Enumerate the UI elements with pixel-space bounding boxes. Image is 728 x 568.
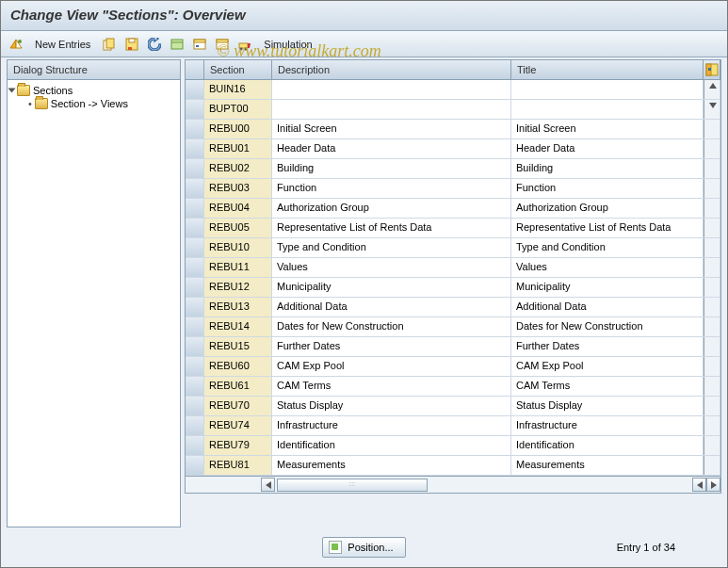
vertical-scrollbar-cell[interactable] bbox=[704, 199, 720, 218]
cell-section[interactable]: BUIN16 bbox=[204, 80, 272, 99]
cell-section[interactable]: REBU00 bbox=[204, 120, 272, 138]
copy-icon[interactable] bbox=[100, 35, 119, 54]
table-row[interactable]: REBU70Status DisplayStatus Display bbox=[186, 397, 720, 416]
cell-section[interactable]: REBU12 bbox=[204, 278, 272, 297]
cell-section[interactable]: REBU70 bbox=[204, 397, 272, 415]
cell-title[interactable]: Representative List of Rents Data bbox=[511, 219, 704, 237]
table-row[interactable]: REBU02BuildingBuilding bbox=[186, 159, 720, 179]
col-description[interactable]: Description bbox=[272, 60, 511, 79]
expand-icon[interactable] bbox=[8, 89, 16, 93]
row-selector[interactable] bbox=[186, 100, 204, 119]
position-button[interactable]: Position... bbox=[322, 537, 405, 558]
vertical-scrollbar-cell[interactable] bbox=[704, 120, 720, 138]
cell-description[interactable]: Infrastructure bbox=[272, 416, 511, 435]
row-selector[interactable] bbox=[186, 238, 204, 257]
vertical-scrollbar-cell[interactable] bbox=[704, 159, 720, 178]
cell-section[interactable]: REBU02 bbox=[204, 159, 272, 178]
cell-section[interactable]: REBU60 bbox=[204, 357, 272, 376]
scroll-down-icon[interactable] bbox=[704, 100, 720, 119]
table-row[interactable]: REBU14Dates for New ConstructionDates fo… bbox=[186, 317, 720, 337]
row-selector[interactable] bbox=[186, 159, 204, 178]
table-row[interactable]: REBU03FunctionFunction bbox=[186, 179, 720, 199]
horizontal-scrollbar[interactable]: ::: bbox=[185, 477, 721, 494]
row-selector[interactable] bbox=[186, 397, 204, 415]
simulation-button[interactable]: Simulation bbox=[258, 39, 317, 50]
table-row[interactable]: REBU01Header DataHeader Data bbox=[186, 139, 720, 159]
row-selector[interactable] bbox=[186, 199, 204, 218]
cell-title[interactable]: CAM Exp Pool bbox=[511, 357, 704, 376]
vertical-scrollbar-cell[interactable] bbox=[704, 416, 720, 435]
col-section[interactable]: Section bbox=[204, 60, 272, 79]
table-row[interactable]: BUIN16 bbox=[186, 80, 720, 100]
row-selector[interactable] bbox=[186, 416, 204, 435]
row-selector[interactable] bbox=[186, 436, 204, 455]
deselect-all-icon[interactable] bbox=[213, 35, 232, 54]
table-row[interactable]: REBU81MeasurementsMeasurements bbox=[186, 456, 720, 476]
table-row[interactable]: REBU10Type and ConditionType and Conditi… bbox=[186, 238, 720, 258]
cell-section[interactable]: REBU10 bbox=[204, 238, 272, 257]
cell-title[interactable]: Dates for New Construction bbox=[511, 317, 704, 336]
row-selector[interactable] bbox=[186, 120, 204, 138]
table-row[interactable]: REBU04Authorization GroupAuthorization G… bbox=[186, 199, 720, 219]
cell-title[interactable]: Building bbox=[511, 159, 704, 178]
cell-description[interactable]: Additional Data bbox=[272, 298, 511, 316]
select-all-header[interactable] bbox=[186, 60, 204, 79]
table-row[interactable]: REBU74InfrastructureInfrastructure bbox=[186, 416, 720, 436]
cell-title[interactable]: CAM Terms bbox=[511, 377, 704, 396]
vertical-scrollbar-cell[interactable] bbox=[704, 377, 720, 396]
vertical-scrollbar-cell[interactable] bbox=[704, 298, 720, 316]
vertical-scrollbar-cell[interactable] bbox=[704, 139, 720, 158]
tree-node-section-views[interactable]: • Section -> Views bbox=[9, 97, 178, 110]
table-row[interactable]: REBU15Further DatesFurther Dates bbox=[186, 337, 720, 357]
cell-description[interactable]: Values bbox=[272, 258, 511, 277]
row-selector[interactable] bbox=[186, 219, 204, 237]
cell-title[interactable]: Header Data bbox=[511, 139, 704, 158]
scroll-left-icon[interactable] bbox=[261, 478, 275, 492]
cell-description[interactable]: CAM Terms bbox=[272, 377, 511, 396]
cell-title[interactable]: Status Display bbox=[511, 397, 704, 415]
cell-description[interactable]: Measurements bbox=[272, 456, 511, 475]
table-row[interactable]: REBU79IdentificationIdentification bbox=[186, 436, 720, 456]
cell-description[interactable] bbox=[272, 80, 511, 99]
cell-title[interactable] bbox=[511, 80, 704, 99]
cell-description[interactable]: Type and Condition bbox=[272, 238, 511, 257]
cell-description[interactable]: Further Dates bbox=[272, 337, 511, 356]
table-row[interactable]: BUPT00 bbox=[186, 100, 720, 120]
scroll-up-icon[interactable] bbox=[704, 80, 720, 99]
row-selector[interactable] bbox=[186, 357, 204, 376]
cell-section[interactable]: REBU81 bbox=[204, 456, 272, 475]
cell-section[interactable]: REBU01 bbox=[204, 139, 272, 158]
vertical-scrollbar-cell[interactable] bbox=[704, 337, 720, 356]
cell-description[interactable]: Identification bbox=[272, 436, 511, 455]
cell-description[interactable]: Initial Screen bbox=[272, 120, 511, 138]
cell-title[interactable]: Type and Condition bbox=[511, 238, 704, 257]
configure-columns-icon[interactable] bbox=[704, 60, 720, 79]
cell-description[interactable]: Authorization Group bbox=[272, 199, 511, 218]
vertical-scrollbar-cell[interactable] bbox=[704, 317, 720, 336]
row-selector[interactable] bbox=[186, 456, 204, 475]
cell-title[interactable]: Authorization Group bbox=[511, 199, 704, 218]
row-selector[interactable] bbox=[186, 80, 204, 99]
cell-description[interactable]: Municipality bbox=[272, 278, 511, 297]
vertical-scrollbar-cell[interactable] bbox=[704, 219, 720, 237]
cell-title[interactable]: Additional Data bbox=[511, 298, 704, 316]
toggle-icon[interactable] bbox=[7, 35, 25, 54]
row-selector[interactable] bbox=[186, 278, 204, 297]
cell-title[interactable]: Initial Screen bbox=[511, 120, 704, 138]
save-icon[interactable] bbox=[122, 35, 141, 54]
tree-node-sections[interactable]: Sections bbox=[9, 84, 178, 97]
table-row[interactable]: REBU13Additional DataAdditional Data bbox=[186, 298, 720, 317]
cell-title[interactable] bbox=[511, 100, 704, 119]
table-row[interactable]: REBU05Representative List of Rents DataR… bbox=[186, 219, 720, 238]
cell-section[interactable]: REBU79 bbox=[204, 436, 272, 455]
table-row[interactable]: REBU00Initial ScreenInitial Screen bbox=[186, 120, 720, 139]
cell-section[interactable]: REBU74 bbox=[204, 416, 272, 435]
cell-section[interactable]: REBU03 bbox=[204, 179, 272, 198]
cell-title[interactable]: Municipality bbox=[511, 278, 704, 297]
row-selector[interactable] bbox=[186, 298, 204, 316]
cell-section[interactable]: REBU15 bbox=[204, 337, 272, 356]
cell-title[interactable]: Identification bbox=[511, 436, 704, 455]
cell-section[interactable]: REBU04 bbox=[204, 199, 272, 218]
cell-section[interactable]: REBU05 bbox=[204, 219, 272, 237]
scroll-right-end-icon[interactable] bbox=[706, 478, 720, 492]
